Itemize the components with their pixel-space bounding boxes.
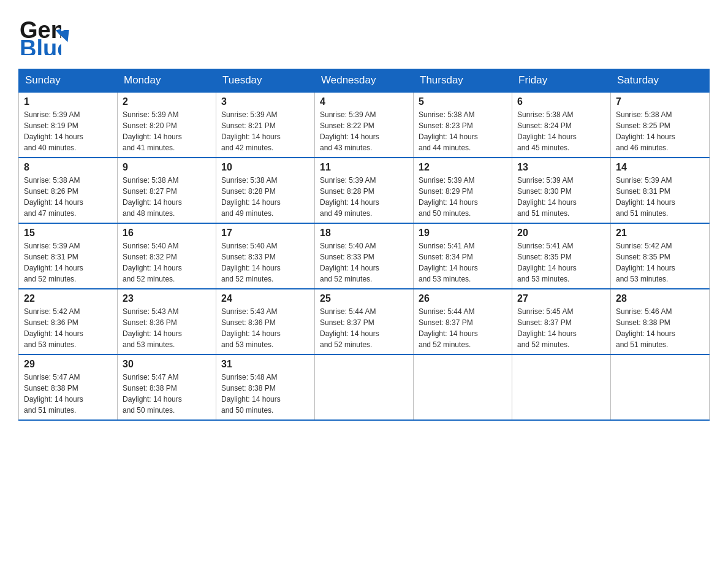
day-info: Sunrise: 5:42 AMSunset: 8:36 PMDaylight:… bbox=[24, 306, 112, 350]
day-number: 18 bbox=[320, 228, 408, 239]
day-number: 16 bbox=[123, 228, 211, 239]
day-info: Sunrise: 5:46 AMSunset: 8:38 PMDaylight:… bbox=[616, 306, 704, 350]
col-friday: Friday bbox=[512, 69, 611, 93]
table-row: 21 Sunrise: 5:42 AMSunset: 8:35 PMDaylig… bbox=[611, 223, 710, 289]
table-row: 25 Sunrise: 5:44 AMSunset: 8:37 PMDaylig… bbox=[315, 289, 414, 354]
table-row: 11 Sunrise: 5:39 AMSunset: 8:28 PMDaylig… bbox=[315, 158, 414, 223]
day-number: 13 bbox=[517, 162, 605, 173]
day-info: Sunrise: 5:41 AMSunset: 8:35 PMDaylight:… bbox=[517, 240, 605, 285]
day-number: 1 bbox=[24, 96, 112, 107]
calendar-week-row: 1 Sunrise: 5:39 AMSunset: 8:19 PMDayligh… bbox=[19, 92, 710, 158]
day-info: Sunrise: 5:38 AMSunset: 8:26 PMDaylight:… bbox=[24, 175, 112, 219]
table-row: 24 Sunrise: 5:43 AMSunset: 8:36 PMDaylig… bbox=[216, 289, 315, 354]
table-row: 15 Sunrise: 5:39 AMSunset: 8:31 PMDaylig… bbox=[19, 223, 118, 289]
day-info: Sunrise: 5:39 AMSunset: 8:31 PMDaylight:… bbox=[24, 240, 112, 285]
day-info: Sunrise: 5:39 AMSunset: 8:30 PMDaylight:… bbox=[517, 175, 605, 219]
table-row: 31 Sunrise: 5:48 AMSunset: 8:38 PMDaylig… bbox=[216, 354, 315, 420]
day-info: Sunrise: 5:43 AMSunset: 8:36 PMDaylight:… bbox=[221, 306, 309, 350]
day-number: 20 bbox=[517, 228, 605, 239]
calendar-table: Sunday Monday Tuesday Wednesday Thursday… bbox=[18, 69, 710, 421]
logo-image: General Blue bbox=[18, 12, 61, 58]
day-info: Sunrise: 5:42 AMSunset: 8:35 PMDaylight:… bbox=[616, 240, 704, 285]
day-info: Sunrise: 5:38 AMSunset: 8:25 PMDaylight:… bbox=[616, 109, 704, 153]
day-info: Sunrise: 5:47 AMSunset: 8:38 PMDaylight:… bbox=[123, 372, 211, 416]
day-info: Sunrise: 5:45 AMSunset: 8:37 PMDaylight:… bbox=[517, 306, 605, 350]
calendar-header-row: Sunday Monday Tuesday Wednesday Thursday… bbox=[19, 69, 710, 93]
day-number: 29 bbox=[24, 359, 112, 370]
table-row: 18 Sunrise: 5:40 AMSunset: 8:33 PMDaylig… bbox=[315, 223, 414, 289]
day-number: 15 bbox=[24, 228, 112, 239]
table-row: 5 Sunrise: 5:38 AMSunset: 8:23 PMDayligh… bbox=[414, 92, 512, 158]
table-row bbox=[315, 354, 414, 420]
day-info: Sunrise: 5:43 AMSunset: 8:36 PMDaylight:… bbox=[123, 306, 211, 350]
day-number: 22 bbox=[24, 293, 112, 304]
day-info: Sunrise: 5:39 AMSunset: 8:19 PMDaylight:… bbox=[24, 109, 112, 153]
table-row: 19 Sunrise: 5:41 AMSunset: 8:34 PMDaylig… bbox=[414, 223, 512, 289]
day-number: 5 bbox=[419, 96, 507, 107]
table-row: 8 Sunrise: 5:38 AMSunset: 8:26 PMDayligh… bbox=[19, 158, 118, 223]
day-info: Sunrise: 5:40 AMSunset: 8:33 PMDaylight:… bbox=[320, 240, 408, 285]
day-number: 31 bbox=[221, 359, 309, 370]
table-row: 1 Sunrise: 5:39 AMSunset: 8:19 PMDayligh… bbox=[19, 92, 118, 158]
day-info: Sunrise: 5:39 AMSunset: 8:28 PMDaylight:… bbox=[320, 175, 408, 219]
day-info: Sunrise: 5:39 AMSunset: 8:29 PMDaylight:… bbox=[419, 175, 507, 219]
day-number: 10 bbox=[221, 162, 309, 173]
table-row: 9 Sunrise: 5:38 AMSunset: 8:27 PMDayligh… bbox=[118, 158, 216, 223]
day-number: 23 bbox=[123, 293, 211, 304]
svg-marker-3 bbox=[59, 30, 72, 42]
table-row: 2 Sunrise: 5:39 AMSunset: 8:20 PMDayligh… bbox=[118, 92, 216, 158]
day-info: Sunrise: 5:38 AMSunset: 8:24 PMDaylight:… bbox=[517, 109, 605, 153]
table-row: 20 Sunrise: 5:41 AMSunset: 8:35 PMDaylig… bbox=[512, 223, 611, 289]
table-row: 12 Sunrise: 5:39 AMSunset: 8:29 PMDaylig… bbox=[414, 158, 512, 223]
day-info: Sunrise: 5:44 AMSunset: 8:37 PMDaylight:… bbox=[419, 306, 507, 350]
day-info: Sunrise: 5:38 AMSunset: 8:27 PMDaylight:… bbox=[123, 175, 211, 219]
day-number: 9 bbox=[123, 162, 211, 173]
table-row: 22 Sunrise: 5:42 AMSunset: 8:36 PMDaylig… bbox=[19, 289, 118, 354]
day-number: 27 bbox=[517, 293, 605, 304]
table-row bbox=[414, 354, 512, 420]
day-number: 19 bbox=[419, 228, 507, 239]
day-info: Sunrise: 5:38 AMSunset: 8:23 PMDaylight:… bbox=[419, 109, 507, 153]
table-row: 13 Sunrise: 5:39 AMSunset: 8:30 PMDaylig… bbox=[512, 158, 611, 223]
day-number: 12 bbox=[419, 162, 507, 173]
table-row: 10 Sunrise: 5:38 AMSunset: 8:28 PMDaylig… bbox=[216, 158, 315, 223]
page-header: General Blue bbox=[18, 12, 710, 58]
table-row: 14 Sunrise: 5:39 AMSunset: 8:31 PMDaylig… bbox=[611, 158, 710, 223]
day-number: 26 bbox=[419, 293, 507, 304]
table-row: 26 Sunrise: 5:44 AMSunset: 8:37 PMDaylig… bbox=[414, 289, 512, 354]
day-number: 24 bbox=[221, 293, 309, 304]
day-info: Sunrise: 5:48 AMSunset: 8:38 PMDaylight:… bbox=[221, 372, 309, 416]
table-row: 6 Sunrise: 5:38 AMSunset: 8:24 PMDayligh… bbox=[512, 92, 611, 158]
day-info: Sunrise: 5:40 AMSunset: 8:33 PMDaylight:… bbox=[221, 240, 309, 285]
col-wednesday: Wednesday bbox=[315, 69, 414, 93]
day-number: 28 bbox=[616, 293, 704, 304]
day-info: Sunrise: 5:39 AMSunset: 8:31 PMDaylight:… bbox=[616, 175, 704, 219]
table-row: 28 Sunrise: 5:46 AMSunset: 8:38 PMDaylig… bbox=[611, 289, 710, 354]
day-info: Sunrise: 5:39 AMSunset: 8:22 PMDaylight:… bbox=[320, 109, 408, 153]
day-number: 21 bbox=[616, 228, 704, 239]
table-row: 30 Sunrise: 5:47 AMSunset: 8:38 PMDaylig… bbox=[118, 354, 216, 420]
svg-text:Blue: Blue bbox=[20, 36, 61, 55]
calendar-week-row: 29 Sunrise: 5:47 AMSunset: 8:38 PMDaylig… bbox=[19, 354, 710, 420]
table-row: 4 Sunrise: 5:39 AMSunset: 8:22 PMDayligh… bbox=[315, 92, 414, 158]
table-row bbox=[611, 354, 710, 420]
table-row: 3 Sunrise: 5:39 AMSunset: 8:21 PMDayligh… bbox=[216, 92, 315, 158]
calendar-week-row: 22 Sunrise: 5:42 AMSunset: 8:36 PMDaylig… bbox=[19, 289, 710, 354]
col-sunday: Sunday bbox=[19, 69, 118, 93]
day-number: 7 bbox=[616, 96, 704, 107]
day-info: Sunrise: 5:40 AMSunset: 8:32 PMDaylight:… bbox=[123, 240, 211, 285]
day-info: Sunrise: 5:47 AMSunset: 8:38 PMDaylight:… bbox=[24, 372, 112, 416]
day-number: 30 bbox=[123, 359, 211, 370]
day-number: 3 bbox=[221, 96, 309, 107]
day-info: Sunrise: 5:38 AMSunset: 8:28 PMDaylight:… bbox=[221, 175, 309, 219]
day-number: 14 bbox=[616, 162, 704, 173]
calendar-week-row: 8 Sunrise: 5:38 AMSunset: 8:26 PMDayligh… bbox=[19, 158, 710, 223]
col-saturday: Saturday bbox=[611, 69, 710, 93]
day-info: Sunrise: 5:39 AMSunset: 8:21 PMDaylight:… bbox=[221, 109, 309, 153]
day-number: 8 bbox=[24, 162, 112, 173]
table-row: 7 Sunrise: 5:38 AMSunset: 8:25 PMDayligh… bbox=[611, 92, 710, 158]
col-tuesday: Tuesday bbox=[216, 69, 315, 93]
day-number: 11 bbox=[320, 162, 408, 173]
table-row: 29 Sunrise: 5:47 AMSunset: 8:38 PMDaylig… bbox=[19, 354, 118, 420]
table-row: 23 Sunrise: 5:43 AMSunset: 8:36 PMDaylig… bbox=[118, 289, 216, 354]
